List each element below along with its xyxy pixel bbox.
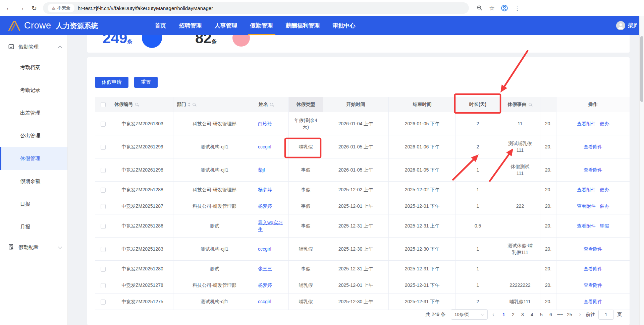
nav-item-薪酬福利管理[interactable]: 薪酬福利管理 [279,16,326,35]
employee-name-link[interactable]: cccgirl [258,246,271,252]
action-查看附件[interactable]: 查看附件 [584,144,602,149]
action-查看附件[interactable]: 查看附件 [584,266,602,271]
page-number-2[interactable]: 2 [508,312,518,317]
prev-page-icon[interactable]: ‹ [491,311,496,318]
page-scrollbar[interactable] [639,16,644,325]
nav-item-首页[interactable]: 首页 [149,16,173,35]
document-search-icon [8,244,14,251]
page-number-6[interactable]: 6 [546,312,555,317]
page-number-3[interactable]: 3 [518,312,527,317]
scrollbar-thumb[interactable] [640,36,643,102]
goto-page-input[interactable] [598,310,614,320]
employee-name-link[interactable]: 导入wq实习生 [258,220,283,232]
end-cell: 2025-12-01 下午 [389,277,456,294]
employee-name-link[interactable]: 杨梦婷 [258,187,272,192]
row-checkbox[interactable] [101,122,106,127]
sidebar-item-假期余额[interactable]: 假期余额 [0,170,67,193]
row-checkbox[interactable] [101,224,106,229]
page-number-5[interactable]: 5 [537,312,546,317]
page-number-1[interactable]: 1 [499,312,508,317]
row-checkbox[interactable] [101,188,106,193]
employee-name-link[interactable]: 张三三 [258,266,272,271]
sort-icon[interactable] [188,103,191,107]
employee-name-link[interactable]: 柴jf [258,167,265,173]
page-number-4[interactable]: 4 [527,312,537,317]
type-cell: 事假 [289,182,323,198]
page-number-25[interactable]: 25 [565,312,574,317]
chevron-down-icon [481,313,485,316]
sidebar-item-休假管理[interactable]: 休假管理 [0,147,67,170]
sidebar-item-月报[interactable]: 月报 [0,215,67,238]
row-checkbox[interactable] [101,283,106,288]
sidebar-item-考勤档案[interactable]: 考勤档案 [0,56,67,79]
action-查看附件[interactable]: 查看附件 [577,187,596,192]
address-bar[interactable]: ⚠ 不安全 hr-test.zjf-it.cn/#/fakeDuty/fakeD… [43,2,469,14]
dept-cell: 科技公司-研发管理部 [173,112,255,135]
search-icon[interactable] [270,103,274,107]
sidebar-group-假勤配置[interactable]: 假勤配置 [0,238,67,256]
action-催办[interactable]: 催办 [600,203,609,209]
employee-name-link[interactable]: 杨梦婷 [258,203,272,209]
action-查看附件[interactable]: 查看附件 [584,246,602,252]
next-page-icon[interactable]: › [578,311,582,318]
action-查看附件[interactable]: 查看附件 [584,299,602,304]
id-cell: 中竞发ZM20261298 [111,158,173,182]
dept-cell: 测试机构-cjf1 [173,294,255,310]
action-查看附件[interactable]: 查看附件 [584,167,602,173]
profile-icon[interactable] [501,4,508,12]
stat-pending: 82条 [195,35,217,47]
search-icon[interactable] [192,103,197,107]
employee-name-link[interactable]: cccgirl [258,299,271,304]
sidebar-item-公出管理[interactable]: 公出管理 [0,124,67,147]
forward-icon[interactable]: → [17,4,25,12]
browser-menu-icon[interactable]: ⋮ [514,4,520,12]
row-checkbox[interactable] [101,204,106,209]
sidebar-item-日报[interactable]: 日报 [0,193,67,215]
security-chip[interactable]: ⚠ 不安全 [48,4,74,12]
search-icon[interactable] [528,103,533,107]
nav-item-审批中心[interactable]: 审批中心 [326,16,362,35]
user-box[interactable]: 柴jf [616,21,637,30]
row-checkbox[interactable] [101,267,106,272]
bookmark-star-icon[interactable]: ☆ [489,4,495,12]
nav-item-人事管理[interactable]: 人事管理 [208,16,244,35]
url-text[interactable]: hr-test.zjf-it.cn/#/fakeDuty/fakeDutyMan… [78,5,213,11]
sidebar-item-出差管理[interactable]: 出差管理 [0,102,67,124]
start-cell: 2025-12-31 上午 [323,261,389,277]
action-查看附件[interactable]: 查看附件 [584,282,602,288]
action-催办[interactable]: 催办 [600,121,609,126]
row-checkbox[interactable] [101,300,106,305]
start-cell: 2026-01-05 上午 [323,158,389,182]
extra-cell: 20. [540,198,556,214]
back-icon[interactable]: ← [5,4,13,12]
action-催办[interactable]: 催办 [600,187,609,192]
nav-item-招聘管理[interactable]: 招聘管理 [173,16,208,35]
action-查看附件[interactable]: 查看附件 [577,121,596,126]
actions-cell: 查看附件 [556,238,630,261]
row-checkbox[interactable] [101,145,106,150]
sidebar-item-考勤记录[interactable]: 考勤记录 [0,79,67,102]
reason-cell: 测试哺乳假111 [500,135,540,158]
search-icon[interactable] [135,103,139,107]
extra-cell: 20. [540,214,556,238]
extra-cell: 20. [540,112,556,135]
employee-name-link[interactable]: 杨梦婷 [258,282,272,288]
page-size-select[interactable]: 10条/页 [451,309,488,320]
days-cell: 1 [456,198,500,214]
days-cell: 1 [456,238,500,261]
employee-name-link[interactable]: 白玲玲 [258,121,272,126]
employee-name-link[interactable]: cccgirl [258,144,271,149]
action-查看附件[interactable]: 查看附件 [577,223,596,229]
apply-leave-button[interactable]: 休假申请 [95,77,128,88]
security-label: 不安全 [57,5,70,11]
reset-button[interactable]: 重置 [134,77,158,88]
nav-item-假勤管理[interactable]: 假勤管理 [244,16,279,35]
sidebar-group-假勤管理[interactable]: 假勤管理 [0,38,67,56]
row-checkbox[interactable] [101,168,106,173]
action-查看附件[interactable]: 查看附件 [577,203,596,209]
select-all-checkbox[interactable] [101,102,106,107]
reload-icon[interactable]: ↻ [30,4,38,12]
zoom-out-icon[interactable] [476,5,483,11]
row-checkbox[interactable] [101,247,106,252]
action-销假[interactable]: 销假 [600,223,609,229]
